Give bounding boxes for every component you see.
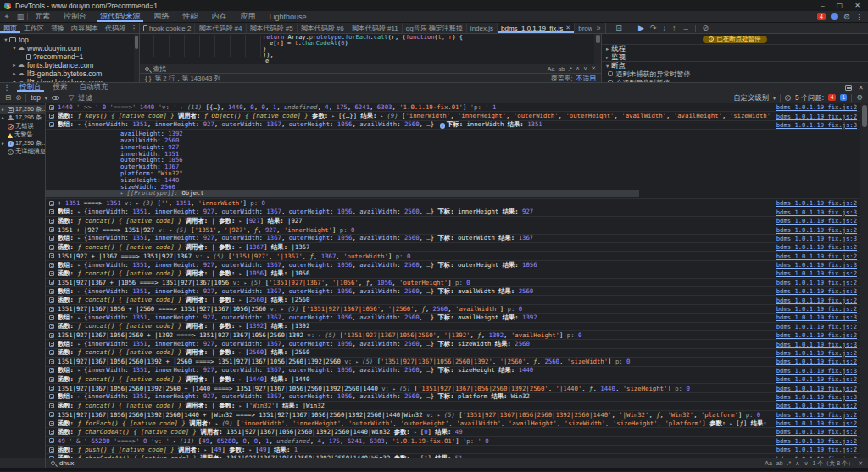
file-tab[interactable]: 脚本代码段 #11 bbox=[348, 23, 403, 33]
drawer-tab-控制台[interactable]: 控制台 bbox=[14, 83, 47, 92]
search-next-button[interactable]: ∨ bbox=[804, 460, 808, 467]
expand-triangle-icon[interactable]: ▸ bbox=[437, 412, 444, 418]
expand-triangle-icon[interactable]: ▸ bbox=[77, 235, 84, 241]
console-log-row[interactable]: 49 ' & ' 65280 '====>' 0 'v: ' ▸ (11) [4… bbox=[46, 437, 860, 446]
debugger-section-断点[interactable]: ▾断点 bbox=[602, 61, 868, 69]
nav-tab-替换[interactable]: 替换 bbox=[47, 23, 68, 33]
console-log-row[interactable]: 数组: ▸ {innerWidth: 1351, innerHeight: 92… bbox=[46, 314, 860, 322]
file-tab[interactable]: hook cookie 2 bbox=[140, 23, 195, 33]
source-location-link[interactable]: bdms_1.0.1.19_fix.js:2 bbox=[776, 297, 857, 304]
tree-item-fonts.bytedance.com[interactable]: ▸☁fonts.bytedance.com bbox=[0, 61, 139, 69]
expander-arrow-icon[interactable]: ▾ bbox=[11, 45, 18, 52]
tab-性能[interactable]: 性能 bbox=[176, 11, 205, 22]
console-log-row[interactable]: 函数: ƒ push() { [native code] } 调用者: ▸ [4… bbox=[46, 446, 860, 454]
evaluated-info-icon[interactable]: i bbox=[440, 123, 446, 129]
more-tabs-icon[interactable]: » bbox=[592, 23, 605, 33]
expand-triangle-icon[interactable]: ▸ bbox=[77, 208, 84, 214]
expand-triangle-icon[interactable]: ▸ bbox=[77, 341, 84, 347]
file-tab[interactable]: qq音乐 确定注释掉 bbox=[403, 23, 467, 33]
console-filter-item[interactable]: ▸i17,296 条.. bbox=[0, 139, 45, 147]
console-log-row[interactable]: + 1351 ====> 1351 v: ▸ (3) ['', 1351, 'i… bbox=[46, 199, 860, 208]
console-log-row[interactable]: 1351|927|1367|1056|2560|1392 + |2560 ===… bbox=[46, 358, 860, 366]
source-location-link[interactable]: bdms_1.0.1.19_fix.js:2 bbox=[776, 279, 857, 286]
log-levels-dropdown[interactable]: 自定义级别 bbox=[734, 93, 769, 103]
tree-item-www.douyin.com[interactable]: ▾☁www.douyin.com bbox=[0, 44, 139, 53]
source-location-link[interactable]: bdms_1.0.1.19_fix.js:3 bbox=[776, 235, 857, 242]
tree-item-?recommend=1[interactable]: ?recommend=1 bbox=[0, 53, 139, 61]
expand-triangle-icon[interactable]: ▸ bbox=[181, 104, 187, 110]
tab-源代码/来源[interactable]: 源代码/来源 bbox=[93, 11, 147, 22]
source-location-link[interactable]: bdms_1.0.1.19_fix.js:2 bbox=[776, 226, 857, 234]
tab-网络[interactable]: 网络 bbox=[147, 11, 176, 22]
console-log-row[interactable]: 函数: ƒ charCodeAt() { [native code] } 调用者… bbox=[46, 428, 860, 436]
expand-triangle-icon[interactable]: ▸ bbox=[319, 332, 326, 338]
expand-triangle-icon[interactable]: ▸ bbox=[414, 429, 420, 435]
tab-内存[interactable]: 内存 bbox=[205, 11, 234, 22]
minimize-button[interactable]: – bbox=[821, 2, 824, 9]
editor-search-input[interactable]: 查找 bbox=[153, 64, 166, 74]
coverage-value-link[interactable]: 不适用 bbox=[576, 74, 596, 83]
breakpoint-option[interactable]: 遇到未捕获的异常时暂停 bbox=[602, 69, 868, 78]
expand-triangle-icon[interactable]: ▸ bbox=[77, 393, 84, 399]
file-tab[interactable]: bdms_1.0.1.19_fix.js✕ bbox=[498, 23, 575, 33]
pretty-print-icon[interactable]: { } bbox=[145, 75, 151, 82]
console-log-row[interactable]: 函数: ƒ keys() { [native code] } 调用者: ƒ Ob… bbox=[46, 112, 860, 120]
file-tab[interactable]: browsercn.js?b…alName=Slardar bbox=[575, 23, 592, 33]
source-location-link[interactable]: bdms_1.0.1.19_fix.js:3 bbox=[776, 393, 857, 401]
console-log-row[interactable]: 函数: ƒ concat() { [native code] } 调用者: | … bbox=[46, 296, 860, 304]
drawer-menu-icon[interactable]: ⋮ bbox=[0, 83, 14, 92]
console-log-row[interactable]: 1351|927|1367 + |1056 ====> 1351|927|136… bbox=[46, 279, 860, 287]
drawer-tab-搜索[interactable]: 搜索 bbox=[47, 83, 74, 92]
debugger-section-监视[interactable]: ▸监视 bbox=[602, 53, 868, 61]
file-tab[interactable]: 脚本代码段 #6 bbox=[298, 23, 348, 33]
whole-word-button[interactable]: ab bbox=[776, 460, 783, 466]
match-case-button[interactable]: Aa bbox=[548, 66, 555, 72]
step-into-button[interactable]: ↓ bbox=[662, 24, 666, 32]
console-log-row[interactable]: 数组: ▸ {innerWidth: 1351, innerHeight: 92… bbox=[46, 340, 860, 348]
match-case-button[interactable]: Aa bbox=[765, 460, 772, 466]
console-filter-item[interactable]: 无错误 bbox=[0, 122, 45, 130]
source-location-link[interactable]: bdms_1.0.1.19_fix.js:2 bbox=[776, 446, 857, 453]
search-close-button[interactable]: ✕ bbox=[591, 65, 596, 72]
console-log-row[interactable]: 函数: ƒ concat() { [native code] } 调用者: | … bbox=[46, 217, 860, 225]
clear-console-icon[interactable]: ⊘ bbox=[15, 93, 21, 102]
console-log-row[interactable]: 1351|927 + |1367 ====> 1351|927|1367 v: … bbox=[46, 252, 860, 260]
drawer-tab-自动填充[interactable]: 自动填充 bbox=[74, 83, 114, 92]
settings-gear-icon[interactable]: ⚙ bbox=[843, 13, 850, 21]
console-filter-item[interactable]: 无警告 bbox=[0, 130, 45, 139]
expander-arrow-icon[interactable]: ▾ bbox=[3, 36, 9, 43]
code-editor[interactable]: return Array.prototype.forEach.call(r, (… bbox=[140, 34, 601, 82]
console-log-row[interactable]: 1351|927|1367|1056 + |2560 ====> 1351|92… bbox=[46, 305, 860, 314]
source-location-link[interactable]: bdms_1.0.1.19_fix.js:2 bbox=[776, 323, 857, 330]
source-location-link[interactable]: bdms_1.0.1.19_fix.js:2 bbox=[776, 331, 857, 339]
expand-triangle-icon[interactable]: ▸ bbox=[414, 455, 420, 458]
expand-triangle-icon[interactable]: ▸ bbox=[136, 200, 142, 206]
tree-item-lf3-gendah.bytetos.com[interactable]: ▸☁lf3-gendah.bytetos.com bbox=[0, 69, 139, 78]
context-selector[interactable]: top bbox=[31, 93, 41, 102]
console-settings-gear-icon[interactable]: ⚙ bbox=[856, 93, 863, 102]
source-location-link[interactable]: bdms_1.0.1.19_fix.js:2 bbox=[776, 428, 857, 436]
expand-triangle-icon[interactable]: ▸ bbox=[77, 288, 84, 294]
console-log-row[interactable]: 数组: ▾ {innerWidth: 1351, innerHeight: 92… bbox=[46, 121, 860, 130]
expand-triangle-icon[interactable]: ▸ bbox=[77, 262, 84, 268]
filter-input[interactable]: 过滤 bbox=[78, 93, 92, 103]
regex-button[interactable]: .* bbox=[568, 66, 572, 72]
console-log-row[interactable]: 数组: ▸ {innerWidth: 1351, innerHeight: 92… bbox=[46, 261, 860, 269]
source-location-link[interactable]: bdms_1.0.1.19_fix.js:3 bbox=[776, 121, 857, 129]
console-search-input[interactable]: dhux bbox=[59, 459, 74, 467]
search-prev-button[interactable]: ∧ bbox=[795, 460, 799, 467]
devtools-menu-icon[interactable]: ⋮ bbox=[855, 13, 863, 21]
source-location-link[interactable]: bdms_1.0.1.19_fix.js:2 bbox=[776, 113, 857, 120]
expander-arrow-icon[interactable]: ▸ bbox=[11, 70, 18, 77]
source-location-link[interactable]: bdms_1.0.1.19_fix.js:2 bbox=[776, 103, 857, 111]
search-close-button[interactable]: ✕ bbox=[858, 460, 863, 467]
expander-arrow-icon[interactable]: ▾ bbox=[11, 79, 18, 82]
source-location-link[interactable]: bdms_1.0.1.19_fix.js:2 bbox=[776, 199, 857, 207]
resume-script-button[interactable]: ▶ bbox=[638, 24, 644, 32]
breakpoint-option[interactable]: 在遇到异常时暂停 bbox=[602, 78, 868, 82]
prototype-row[interactable]: ▸ [[Prototype]]: Object bbox=[46, 190, 639, 197]
issues-info-icon[interactable]: i bbox=[785, 95, 791, 101]
file-tab[interactable]: index.js bbox=[467, 23, 498, 33]
console-log-row[interactable]: 1440 ' >> ' 0 '====>' 1440 'v: ' ▸ (11) … bbox=[46, 103, 860, 112]
source-location-link[interactable]: bdms_1.0.1.19_fix.js:3 bbox=[776, 314, 857, 321]
